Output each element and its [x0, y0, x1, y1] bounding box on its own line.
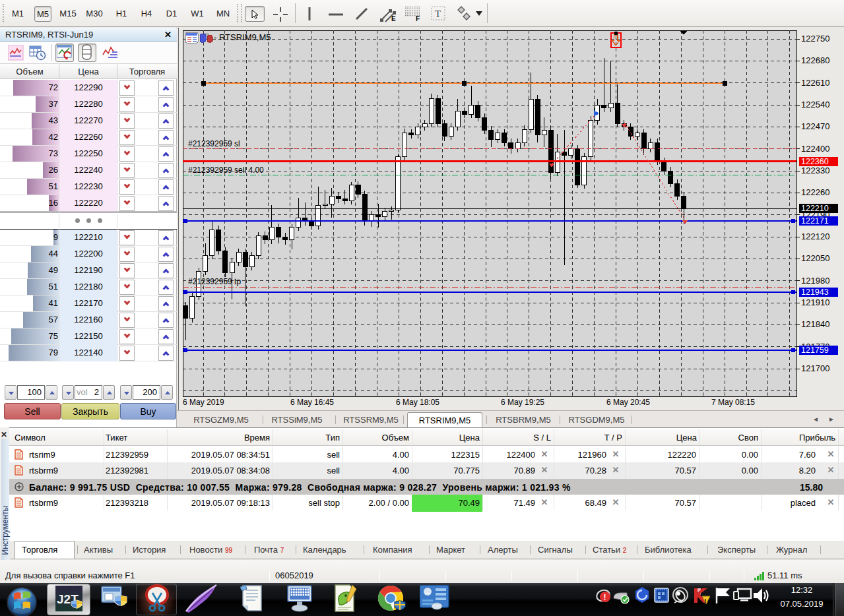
svg-text:!: !	[705, 598, 707, 604]
svg-text:122120: 122120	[801, 231, 829, 241]
svg-text:#212392959 sell 4.00: #212392959 sell 4.00	[188, 166, 264, 175]
svg-text:#212392959 sl: #212392959 sl	[188, 139, 240, 148]
svg-text:F: F	[416, 15, 420, 22]
svg-text:122680: 122680	[801, 55, 829, 65]
svg-text:122050: 122050	[801, 253, 829, 263]
svg-text:122750: 122750	[801, 34, 829, 44]
svg-text:122210: 122210	[801, 204, 829, 213]
svg-text:122330: 122330	[801, 166, 829, 175]
svg-text:6 May 19:25: 6 May 19:25	[501, 398, 544, 407]
svg-text:6 May 18:05: 6 May 18:05	[396, 398, 439, 407]
svg-text:122540: 122540	[801, 100, 829, 109]
svg-text:T: T	[435, 9, 441, 19]
svg-text:7 May 08:15: 7 May 08:15	[711, 398, 755, 407]
svg-text:122360: 122360	[801, 157, 829, 166]
svg-text:121840: 121840	[801, 319, 829, 329]
svg-text:121759: 121759	[801, 346, 829, 355]
svg-text:#212392959 tp: #212392959 tp	[188, 277, 241, 286]
svg-text:E: E	[391, 15, 396, 22]
svg-text:6 May 2019: 6 May 2019	[183, 398, 224, 407]
svg-text:!: !	[604, 593, 606, 602]
svg-text:122610: 122610	[801, 78, 829, 88]
svg-text:121910: 121910	[801, 297, 829, 307]
svg-text:122260: 122260	[801, 187, 829, 197]
svg-text:122400: 122400	[801, 144, 829, 154]
svg-text:- RTSRIM9,M5: - RTSRIM9,M5	[214, 32, 271, 42]
svg-text:121980: 121980	[801, 276, 829, 286]
svg-text:6 May 16:45: 6 May 16:45	[290, 398, 334, 407]
svg-text:121700: 121700	[801, 363, 829, 373]
svg-text:6 May 20:45: 6 May 20:45	[606, 398, 650, 407]
svg-text:122470: 122470	[801, 121, 829, 131]
svg-text:121943: 121943	[801, 288, 829, 297]
svg-text:122171: 122171	[801, 216, 829, 226]
